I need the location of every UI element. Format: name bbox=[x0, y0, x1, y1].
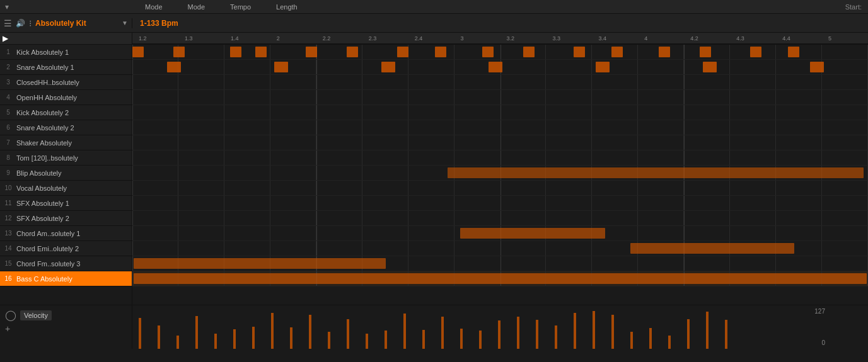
waveform-bar bbox=[482, 47, 494, 57]
velocity-bar bbox=[536, 320, 538, 349]
velocity-bar bbox=[366, 334, 368, 349]
track-row[interactable]: 6Snare Absolutely 2 bbox=[0, 120, 132, 135]
top-bar: ▾ Mode Mode Tempo Length Start: bbox=[0, 0, 868, 14]
kit-dropdown-arrow[interactable]: ▼ bbox=[122, 20, 128, 26]
velocity-bar bbox=[479, 331, 482, 349]
track-lane[interactable] bbox=[132, 60, 868, 75]
length-label: Length bbox=[276, 3, 298, 11]
velocity-left: ◯ Velocity + bbox=[0, 305, 132, 349]
track-name: OpenHH Absolutely bbox=[16, 94, 132, 101]
track-lane[interactable] bbox=[132, 256, 868, 271]
track-row[interactable]: 15Chord Fm..solutely 3 bbox=[0, 256, 132, 271]
velocity-bar bbox=[252, 327, 255, 349]
track-lane[interactable] bbox=[132, 45, 868, 60]
kit-name[interactable]: Absolutely Kit bbox=[35, 19, 118, 28]
ruler-mark: 3.2 bbox=[507, 35, 515, 42]
velocity-bar bbox=[725, 320, 727, 349]
velocity-bar bbox=[214, 334, 217, 349]
waveform-bar bbox=[274, 62, 288, 72]
ruler-mark: 4.4 bbox=[782, 35, 790, 42]
ruler-mark: 4.3 bbox=[736, 35, 744, 42]
track-name: SFX Absolutely 2 bbox=[16, 215, 132, 222]
speaker-icon[interactable]: 🔊 bbox=[16, 19, 25, 28]
track-lane[interactable] bbox=[132, 241, 868, 256]
velocity-bar bbox=[347, 319, 349, 349]
track-lane[interactable] bbox=[132, 90, 868, 105]
waveform-bar bbox=[435, 47, 446, 57]
track-row[interactable]: 2Snare Absolutely 1 bbox=[0, 60, 132, 75]
menu-icon[interactable]: ☰ bbox=[4, 18, 12, 28]
velocity-bar bbox=[706, 312, 709, 349]
track-row[interactable]: 14Chord Emi..olutely 2 bbox=[0, 241, 132, 256]
track-row[interactable]: 11SFX Absolutely 1 bbox=[0, 196, 132, 211]
track-row[interactable]: 12SFX Absolutely 2 bbox=[0, 211, 132, 226]
timeline-ruler: 1.21.31.422.22.32.433.23.33.444.24.34.45 bbox=[132, 33, 868, 44]
track-row[interactable]: 16Bass C Absolutely bbox=[0, 271, 132, 286]
track-row[interactable]: 7Shaker Absolutely bbox=[0, 135, 132, 150]
waveform-bar bbox=[596, 62, 610, 72]
track-number: 12 bbox=[0, 215, 16, 222]
track-lane[interactable] bbox=[132, 135, 868, 150]
velocity-bar bbox=[385, 331, 387, 349]
track-lane[interactable] bbox=[132, 75, 868, 90]
track-row[interactable]: 13Chord Am..solutely 1 bbox=[0, 226, 132, 241]
velocity-bar bbox=[158, 325, 160, 349]
track-lane[interactable] bbox=[132, 105, 868, 120]
grid-icon[interactable]: ⁝ bbox=[29, 18, 32, 28]
playhead-icon: ▶ bbox=[3, 34, 8, 43]
track-name: Snare Absolutely 2 bbox=[16, 124, 132, 132]
track-lane[interactable] bbox=[132, 150, 868, 166]
track-row[interactable]: 1Kick Absolutely 1 bbox=[0, 45, 132, 60]
track-number: 11 bbox=[0, 200, 16, 206]
velocity-icon[interactable]: ◯ bbox=[5, 309, 16, 321]
velocity-right: 127 0 bbox=[132, 305, 868, 349]
waveform-bar bbox=[134, 258, 386, 269]
track-lane[interactable] bbox=[132, 226, 868, 241]
velocity-bar bbox=[668, 336, 671, 349]
velocity-label[interactable]: Velocity bbox=[20, 310, 52, 320]
ruler-mark: 4.2 bbox=[690, 35, 698, 42]
track-number: 16 bbox=[0, 275, 16, 282]
piano-roll[interactable] bbox=[132, 45, 868, 305]
track-name: Chord Am..solutely 1 bbox=[16, 230, 132, 237]
velocity-bar bbox=[498, 320, 501, 349]
waveform-bar bbox=[167, 62, 181, 72]
track-row[interactable]: 3ClosedHH..bsolutely bbox=[0, 75, 132, 90]
ruler-mark: 2 bbox=[277, 35, 280, 42]
track-row[interactable]: 5Kick Absolutely 2 bbox=[0, 105, 132, 120]
track-name: SFX Absolutely 1 bbox=[16, 200, 132, 207]
velocity-bar bbox=[403, 314, 406, 349]
track-lane[interactable] bbox=[132, 181, 868, 196]
waveform-bar bbox=[659, 47, 670, 57]
add-button[interactable]: + bbox=[5, 324, 10, 334]
track-lane[interactable] bbox=[132, 166, 868, 181]
ruler-mark: 2.4 bbox=[415, 35, 423, 42]
piano-roll-inner bbox=[132, 45, 868, 286]
track-name: Blip Absolutely bbox=[16, 169, 132, 177]
waveform-bar bbox=[255, 47, 267, 57]
main-area: 1Kick Absolutely 12Snare Absolutely 13Cl… bbox=[0, 45, 868, 305]
velocity-bar bbox=[593, 311, 595, 349]
track-lane[interactable] bbox=[132, 211, 868, 226]
track-name: Chord Fm..solutely 3 bbox=[16, 260, 132, 268]
waveform-bar bbox=[523, 47, 535, 57]
track-name: Snare Absolutely 1 bbox=[16, 64, 132, 71]
track-row[interactable]: 10Vocal Absolutely bbox=[0, 181, 132, 196]
ruler-mark: 3 bbox=[461, 35, 464, 42]
chevron-down-icon[interactable]: ▾ bbox=[5, 3, 9, 11]
track-lane[interactable] bbox=[132, 271, 868, 286]
track-name: Kick Absolutely 2 bbox=[16, 109, 132, 116]
track-lane[interactable] bbox=[132, 120, 868, 135]
track-number: 4 bbox=[0, 94, 16, 101]
track-row[interactable]: 9Blip Absolutely bbox=[0, 166, 132, 181]
track-list: 1Kick Absolutely 12Snare Absolutely 13Cl… bbox=[0, 45, 132, 305]
track-lane[interactable] bbox=[132, 196, 868, 211]
track-row[interactable]: 4OpenHH Absolutely bbox=[0, 90, 132, 105]
track-row[interactable]: 8Tom [120]..bsolutely bbox=[0, 150, 132, 166]
track-name: Shaker Absolutely bbox=[16, 139, 132, 147]
velocity-bar bbox=[630, 332, 633, 349]
velocity-bar bbox=[309, 315, 311, 349]
ruler-mark: 3.4 bbox=[598, 35, 606, 42]
track-name: Tom [120]..bsolutely bbox=[16, 154, 132, 162]
track-name: ClosedHH..bsolutely bbox=[16, 79, 132, 86]
